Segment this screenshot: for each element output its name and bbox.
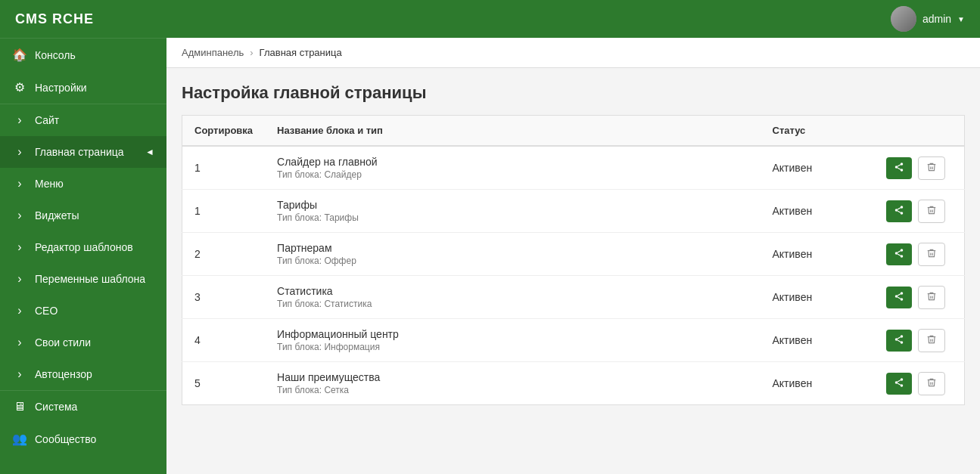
sidebar-label-autocensor: Автоцензор <box>35 368 92 380</box>
user-dropdown-arrow: ▼ <box>957 15 965 23</box>
delete-button[interactable] <box>918 200 945 223</box>
sidebar-item-ceo[interactable]: › СЕО <box>0 295 166 327</box>
user-menu[interactable]: admin ▼ <box>891 6 965 32</box>
svg-point-17 <box>900 298 903 301</box>
block-name: Тарифы <box>277 199 748 211</box>
cell-status: Активен <box>761 233 874 276</box>
share-icon <box>894 205 904 218</box>
app-logo: CMS RCHE <box>15 11 94 27</box>
svg-point-20 <box>900 335 903 338</box>
sidebar-label-ceo: СЕО <box>35 305 58 317</box>
share-icon <box>894 248 904 261</box>
cell-sort: 5 <box>182 362 266 405</box>
cell-sort: 4 <box>182 319 266 362</box>
col-header-status: Статус <box>761 116 874 147</box>
cell-actions <box>874 276 965 319</box>
user-name: admin <box>922 13 951 25</box>
share-button[interactable] <box>886 373 912 395</box>
cell-block-info: Слайдер на главной Тип блока: Слайдер <box>265 146 760 190</box>
share-icon <box>894 334 904 347</box>
block-type: Тип блока: Оффер <box>277 256 748 266</box>
sidebar-item-site[interactable]: › Сайт <box>0 104 166 136</box>
sidebar-label-widgets: Виджеты <box>35 209 79 222</box>
share-button[interactable] <box>886 287 912 308</box>
svg-line-29 <box>898 380 901 381</box>
cell-actions <box>874 362 965 405</box>
sidebar-item-console[interactable]: 🏠 Консоль <box>0 39 166 71</box>
breadcrumb-current: Главная страница <box>260 47 342 58</box>
chevron-right-icon-menu: › <box>12 177 27 191</box>
delete-button[interactable] <box>918 243 945 266</box>
svg-point-27 <box>900 384 903 387</box>
table-row: 1 Тарифы Тип блока: Тарифы Активен <box>182 190 965 233</box>
table-row: 2 Партнерам Тип блока: Оффер Активен <box>182 233 965 276</box>
cell-sort: 1 <box>182 190 266 233</box>
breadcrumb-separator: › <box>250 47 253 58</box>
table-row: 5 Наши преимущества Тип блока: Сетка Акт… <box>182 362 965 405</box>
cell-block-info: Партнерам Тип блока: Оффер <box>265 233 760 276</box>
sidebar-item-autocensor[interactable]: › Автоцензор <box>0 358 166 390</box>
sidebar-item-settings[interactable]: ⚙ Настройки <box>0 71 166 104</box>
col-header-actions <box>874 116 965 147</box>
share-button[interactable] <box>886 243 912 265</box>
svg-point-11 <box>894 252 898 255</box>
block-name: Наши преимущества <box>277 371 748 383</box>
content-area: Админпанель › Главная страница Настройка… <box>166 38 980 474</box>
sidebar-item-system[interactable]: 🖥 Система <box>0 391 166 423</box>
svg-point-26 <box>894 381 898 384</box>
sidebar-item-menu[interactable]: › Меню <box>0 168 166 200</box>
top-header: CMS RCHE admin ▼ <box>0 0 980 38</box>
share-button[interactable] <box>886 330 912 352</box>
sidebar-item-custom-styles[interactable]: › Свои стили <box>0 327 166 358</box>
sidebar-item-main-page[interactable]: › Главная страница ◄ <box>0 136 166 168</box>
avatar <box>891 6 916 32</box>
svg-point-5 <box>900 206 903 209</box>
sidebar-label-console: Консоль <box>35 49 76 61</box>
delete-button[interactable] <box>918 372 945 395</box>
share-icon <box>894 377 904 390</box>
sidebar-item-community[interactable]: 👥 Сообщество <box>0 423 166 455</box>
delete-button[interactable] <box>918 156 945 180</box>
cell-block-info: Статистика Тип блока: Статистика <box>265 276 760 319</box>
delete-button[interactable] <box>918 329 945 352</box>
sidebar-label-site: Сайт <box>35 114 59 126</box>
svg-point-2 <box>900 169 903 172</box>
sidebar-item-widgets[interactable]: › Виджеты <box>0 200 166 231</box>
chevron-right-icon-widgets: › <box>12 209 27 222</box>
sidebar-top-section: 🏠 Консоль ⚙ Настройки <box>0 38 166 104</box>
sidebar-label-template-editor: Редактор шаблонов <box>35 241 133 253</box>
breadcrumb-adminpanel[interactable]: Админпанель <box>182 47 244 58</box>
sidebar-label-community: Сообщество <box>35 433 96 445</box>
table-row: 4 Информационный центр Тип блока: Информ… <box>182 319 965 362</box>
community-icon: 👥 <box>12 432 27 446</box>
cell-status: Активен <box>761 276 874 319</box>
trash-icon <box>926 291 937 304</box>
gear-icon: ⚙ <box>12 80 27 94</box>
svg-point-6 <box>894 209 898 212</box>
svg-line-23 <box>898 339 901 341</box>
block-type: Тип блока: Информация <box>277 342 748 352</box>
svg-point-12 <box>900 255 903 258</box>
cell-block-info: Информационный центр Тип блока: Информац… <box>265 319 760 362</box>
block-type: Тип блока: Слайдер <box>277 169 748 180</box>
svg-line-24 <box>898 336 901 338</box>
blocks-table: Сортировка Название блока и тип Статус 1… <box>182 115 965 405</box>
sidebar-item-template-vars[interactable]: › Переменные шаблона <box>0 263 166 295</box>
chevron-right-icon-cs: › <box>12 336 27 349</box>
system-icon: 🖥 <box>12 400 27 414</box>
cell-sort: 3 <box>182 276 266 319</box>
breadcrumb: Админпанель › Главная страница <box>166 38 980 68</box>
home-icon: 🏠 <box>12 48 27 62</box>
sidebar-item-template-editor[interactable]: › Редактор шаблонов <box>0 231 166 263</box>
sidebar-label-template-vars: Переменные шаблона <box>35 273 145 285</box>
svg-line-13 <box>898 253 901 255</box>
svg-line-4 <box>898 164 901 166</box>
block-name: Слайдер на главной <box>277 156 748 168</box>
share-button[interactable] <box>886 157 912 179</box>
col-header-name: Название блока и тип <box>265 116 760 147</box>
cell-status: Активен <box>761 319 874 362</box>
trash-icon <box>926 162 937 175</box>
delete-button[interactable] <box>918 286 945 309</box>
share-button[interactable] <box>886 200 912 222</box>
sidebar-nav-section: › Сайт › Главная страница ◄ › Меню › Вид… <box>0 104 166 390</box>
